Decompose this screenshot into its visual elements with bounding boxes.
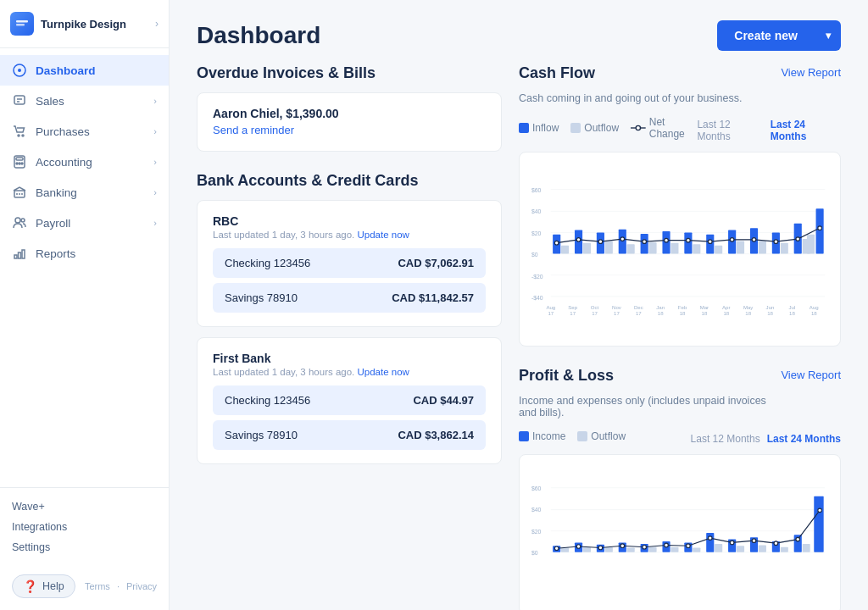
sidebar-item-banking[interactable]: Banking › <box>0 177 169 208</box>
svg-rect-111 <box>561 548 569 552</box>
svg-text:May: May <box>743 304 754 310</box>
send-reminder-link[interactable]: Send a reminder <box>213 124 294 136</box>
svg-rect-54 <box>737 241 744 253</box>
svg-text:17: 17 <box>570 310 576 316</box>
svg-text:17: 17 <box>548 310 554 316</box>
inflow-label: Inflow <box>532 122 559 134</box>
integrations-link[interactable]: Integrations <box>12 518 157 535</box>
svg-point-135 <box>554 546 559 551</box>
svg-text:Apr: Apr <box>722 304 730 310</box>
pl-12m-btn[interactable]: Last 12 Months <box>691 433 760 445</box>
svg-text:$0: $0 <box>531 550 538 556</box>
wave-plus-link[interactable]: Wave+ <box>12 498 157 515</box>
svg-text:-$40: -$40 <box>531 295 543 301</box>
firstbank-savings-balance: CAD $3,862.14 <box>398 429 474 441</box>
sidebar-item-dashboard[interactable]: Dashboard <box>0 55 169 86</box>
sidebar-item-banking-label: Banking <box>36 186 145 199</box>
sidebar-item-reports[interactable]: Reports <box>0 238 169 269</box>
rbc-checking-row[interactable]: Checking 123456 CAD $7,062.91 <box>213 248 486 278</box>
svg-rect-113 <box>583 547 591 552</box>
cash-flow-view-report[interactable]: View Report <box>781 64 841 79</box>
sidebar-item-payroll[interactable]: Payroll › <box>0 208 169 238</box>
svg-point-63 <box>554 241 559 245</box>
income-label: Income <box>532 430 565 442</box>
svg-text:$20: $20 <box>531 230 542 236</box>
sidebar-header[interactable]: Turnpike Design › <box>0 0 169 48</box>
cash-flow-legend: Inflow Outflow Net Change <box>519 116 697 140</box>
cash-flow-subtitle: Cash coming in and going out of your bus… <box>519 92 742 104</box>
sidebar-item-accounting[interactable]: Accounting › <box>0 147 169 177</box>
svg-point-136 <box>576 545 581 549</box>
cash-flow-24m-btn[interactable]: Last 24 Months <box>771 119 841 142</box>
svg-point-7 <box>18 135 19 136</box>
svg-point-139 <box>643 545 647 549</box>
svg-point-3 <box>18 69 21 72</box>
profit-loss-header-left: Profit & Loss Income and expenses only (… <box>519 367 781 427</box>
svg-point-138 <box>620 544 625 548</box>
bank-firstbank-update-link[interactable]: Update now <box>358 367 409 377</box>
terms-link[interactable]: Terms <box>85 581 110 591</box>
svg-rect-38 <box>561 246 569 254</box>
svg-text:$0: $0 <box>531 252 538 258</box>
svg-text:Jul: Jul <box>789 304 796 310</box>
cash-flow-12m-btn[interactable]: Last 12 Months <box>697 119 763 142</box>
sidebar-expand-icon: › <box>155 18 159 30</box>
svg-rect-58 <box>781 243 788 254</box>
content-grid: Overdue Invoices & Bills Aaron Chiel, $1… <box>170 64 868 610</box>
profit-loss-view-report[interactable]: View Report <box>781 367 841 381</box>
firstbank-checking-row[interactable]: Checking 123456 CAD $44.97 <box>213 385 486 415</box>
svg-rect-21 <box>19 252 21 258</box>
overdue-section: Overdue Invoices & Bills Aaron Chiel, $1… <box>197 64 502 152</box>
svg-point-11 <box>16 163 18 164</box>
svg-text:Aug: Aug <box>546 304 555 310</box>
svg-text:$40: $40 <box>531 507 542 513</box>
create-dropdown-arrow[interactable]: ▾ <box>815 21 841 50</box>
svg-point-137 <box>598 546 603 550</box>
svg-point-142 <box>708 536 712 541</box>
cash-flow-header: Cash Flow Cash coming in and going out o… <box>519 64 841 113</box>
svg-point-145 <box>774 541 778 546</box>
help-label: Help <box>42 580 64 592</box>
footer-links: Terms · Privacy <box>85 581 157 591</box>
overdue-invoice-name: Aaron Chiel, $1,390.00 <box>213 107 339 120</box>
sidebar-item-sales-label: Sales <box>36 95 145 108</box>
bank-firstbank-name: First Bank <box>213 352 486 365</box>
sidebar-footer: Wave+ Integrations Settings <box>0 487 169 566</box>
svg-text:18: 18 <box>702 310 708 316</box>
svg-point-69 <box>687 238 691 242</box>
sidebar-item-sales[interactable]: Sales › <box>0 86 169 116</box>
svg-text:18: 18 <box>745 310 751 316</box>
firstbank-savings-row[interactable]: Savings 78910 CAD $3,862.14 <box>213 420 486 450</box>
rbc-savings-row[interactable]: Savings 78910 CAD $11,842.57 <box>213 283 486 313</box>
page-title: Dashboard <box>197 22 320 49</box>
settings-link[interactable]: Settings <box>12 539 157 556</box>
create-new-label: Create new <box>717 20 815 51</box>
svg-text:18: 18 <box>658 310 664 316</box>
net-change-label: Net Change <box>649 116 698 140</box>
cash-flow-header-left: Cash Flow Cash coming in and going out o… <box>519 64 742 113</box>
svg-point-68 <box>665 238 669 242</box>
bank-rbc: RBC Last updated 1 day, 3 hours ago. Upd… <box>197 200 502 327</box>
svg-point-141 <box>687 544 691 548</box>
svg-rect-123 <box>693 548 700 552</box>
bank-accounts-container: RBC Last updated 1 day, 3 hours ago. Upd… <box>197 200 502 464</box>
svg-rect-43 <box>619 230 626 254</box>
svg-rect-20 <box>14 255 17 258</box>
sidebar-item-purchases[interactable]: Purchases › <box>0 116 169 147</box>
svg-point-73 <box>774 240 778 244</box>
svg-rect-42 <box>605 241 613 253</box>
help-circle-icon: ❓ <box>23 580 37 593</box>
svg-point-72 <box>752 238 756 242</box>
pl-24m-btn[interactable]: Last 24 Months <box>767 433 841 445</box>
privacy-link[interactable]: Privacy <box>126 581 157 591</box>
svg-text:Mar: Mar <box>700 304 709 310</box>
rbc-checking-balance: CAD $7,062.91 <box>398 257 474 269</box>
create-new-button[interactable]: Create new ▾ <box>717 20 841 51</box>
help-button[interactable]: ❓ Help <box>12 574 75 598</box>
svg-text:17: 17 <box>614 310 620 316</box>
svg-text:17: 17 <box>636 310 642 316</box>
svg-point-65 <box>598 240 603 244</box>
bank-rbc-update-link[interactable]: Update now <box>358 230 409 240</box>
svg-point-75 <box>818 226 822 230</box>
main-header: Dashboard Create new ▾ <box>170 0 868 64</box>
